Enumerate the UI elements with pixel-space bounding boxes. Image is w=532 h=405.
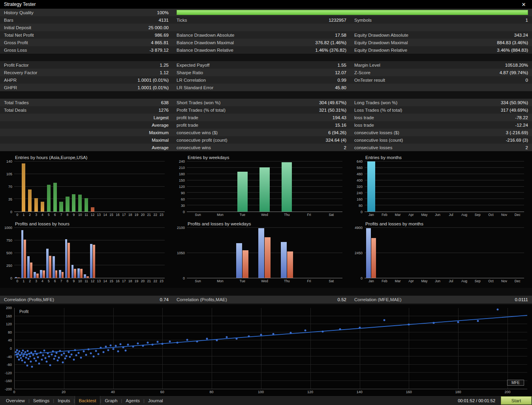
bar — [237, 172, 248, 212]
x-tick-label: 12 — [90, 278, 96, 284]
bar-slot — [458, 161, 471, 212]
bar — [22, 163, 25, 212]
y-tick-label: 40 — [8, 338, 12, 342]
x-tick-label: 20 — [140, 278, 146, 284]
y-tick-label: 320 — [357, 185, 363, 189]
bar — [74, 269, 76, 278]
bar — [59, 270, 61, 278]
x-tick-label: Apr — [404, 212, 418, 218]
tab-inputs[interactable]: Inputs — [54, 396, 73, 405]
tab-settings[interactable]: Settings — [30, 396, 53, 405]
bar-slot — [52, 161, 58, 212]
stats-cell: consecutive losses ($)3 (-216.69) — [350, 129, 532, 136]
scatter-mfe-label: MFE — [507, 380, 524, 386]
bar-slot — [511, 161, 524, 212]
stats-separator — [0, 54, 532, 61]
bar — [55, 270, 58, 278]
stats-cell: Balance Drawdown Maximal376.82 (1.46%) — [173, 39, 350, 46]
stats-cell: Gross Profit4 865.81 — [0, 39, 173, 46]
chart-plot-area — [365, 228, 524, 278]
bar — [27, 256, 30, 278]
chart-y-axis: 14010570350 — [1, 161, 14, 212]
stat-label: Long Trades (won %) — [354, 100, 397, 105]
bar-slot — [209, 161, 231, 212]
correlation-profits-mfe: Correlation (Profits,MFE) 0.74 — [0, 296, 173, 304]
x-tick-label: Mar — [391, 278, 404, 284]
chart-title: Entries by hours (Asia,Europe,USA) — [1, 155, 165, 161]
x-tick-label: Sat — [320, 278, 342, 284]
chart-plot-area — [187, 161, 342, 212]
stats-cell: Profit Trades (% of total)321 (50.31%) — [173, 106, 350, 114]
bar — [28, 189, 32, 212]
y-tick-label: 0 — [183, 276, 185, 280]
bar — [259, 167, 270, 212]
stats-row: Bars4131Ticks1232957Symbols1 — [0, 16, 532, 24]
bar-slot — [378, 228, 391, 278]
bar-slot — [90, 161, 96, 212]
stat-label: LR Standard Error — [177, 85, 213, 90]
tab-journal[interactable]: Journal — [145, 396, 167, 405]
start-button[interactable]: Start — [501, 396, 532, 405]
x-tick-label: Wed — [254, 212, 276, 218]
bar-slot — [127, 161, 133, 212]
x-tick-label: Sun — [187, 212, 209, 218]
y-tick-label: 160 — [6, 314, 12, 318]
bars — [14, 161, 165, 212]
x-tick-label: Tue — [231, 212, 254, 218]
y-tick-label: 0 — [10, 276, 12, 280]
stats-row: Averageprofit trade15.16loss trade-12.24 — [0, 121, 532, 129]
chart-x-axis: SunMonTueWedThuFriSat — [173, 212, 342, 218]
close-icon[interactable]: ✕ — [519, 2, 528, 8]
stats-row: Recovery Factor1.12Sharpe Ratio12.07Z-Sc… — [0, 69, 532, 76]
bar-slot — [231, 228, 254, 278]
stat-label: loss trade — [354, 115, 374, 120]
x-tick-label: 14 — [102, 278, 108, 284]
x-tick-label: 180 — [455, 390, 461, 394]
x-tick-label: 22 — [152, 278, 158, 284]
correlation-value: 0.0111 — [515, 297, 528, 302]
x-tick-label: 20 — [62, 390, 66, 394]
stat-value: 15.16 — [335, 123, 346, 128]
tab-graph[interactable]: Graph — [101, 396, 121, 405]
y-tick-label: 0 — [361, 276, 363, 280]
bar-slot — [121, 228, 127, 278]
y-tick-label: 2100 — [177, 226, 185, 230]
bar — [46, 249, 49, 278]
x-tick-label: 10 — [77, 278, 83, 284]
stats-cell: OnTester result0 — [350, 76, 532, 84]
bar — [24, 240, 26, 278]
chart-plot-area — [14, 228, 165, 278]
bar-slot — [39, 161, 46, 212]
bar-slot — [64, 161, 71, 212]
bar — [366, 228, 371, 278]
correlation-label: Correlation (Profits,MAE) — [177, 297, 227, 302]
stats-row: Maximalconsecutive profit (count)324.64 … — [0, 136, 532, 144]
bar — [91, 207, 94, 212]
x-tick-label: 5 — [45, 212, 52, 218]
bar — [282, 162, 292, 212]
x-tick-label: 18 — [127, 212, 133, 218]
x-tick-label: 12 — [90, 212, 96, 218]
x-tick-label: Aug — [458, 212, 471, 218]
tab-backtest[interactable]: Backtest — [75, 396, 100, 405]
stats-cell: Ticks1232957 — [173, 16, 350, 24]
stat-value: 4.87 (99.74%) — [500, 70, 528, 75]
scatter-panel: 20016012080400-40-80-120-160-200 Profit … — [0, 305, 532, 396]
stat-label: AHPR — [4, 78, 17, 82]
bars — [365, 228, 524, 278]
y-tick-label: 70 — [8, 185, 12, 189]
stat-value: 1 — [526, 18, 528, 22]
stats-row: History Quality100% — [0, 9, 532, 16]
stats-row: Largestprofit trade194.43loss trade-78.2… — [0, 114, 532, 121]
stats-cell: Equity Drawdown Maximal884.83 (3.46%) — [350, 39, 532, 46]
stat-value: 334 (50.90%) — [501, 100, 528, 105]
bar — [90, 244, 92, 278]
bar-slot — [52, 228, 58, 278]
y-tick-label: 210 — [179, 166, 185, 170]
y-tick-label: 60 — [181, 197, 185, 201]
tab-overview[interactable]: Overview — [2, 396, 28, 405]
y-tick-label: 480 — [357, 172, 363, 176]
stats-cell: consecutive loss (count)-216.69 (3) — [350, 136, 532, 144]
stats-row: Averageconsecutive wins2consecutive loss… — [0, 144, 532, 151]
tab-agents[interactable]: Agents — [122, 396, 143, 405]
